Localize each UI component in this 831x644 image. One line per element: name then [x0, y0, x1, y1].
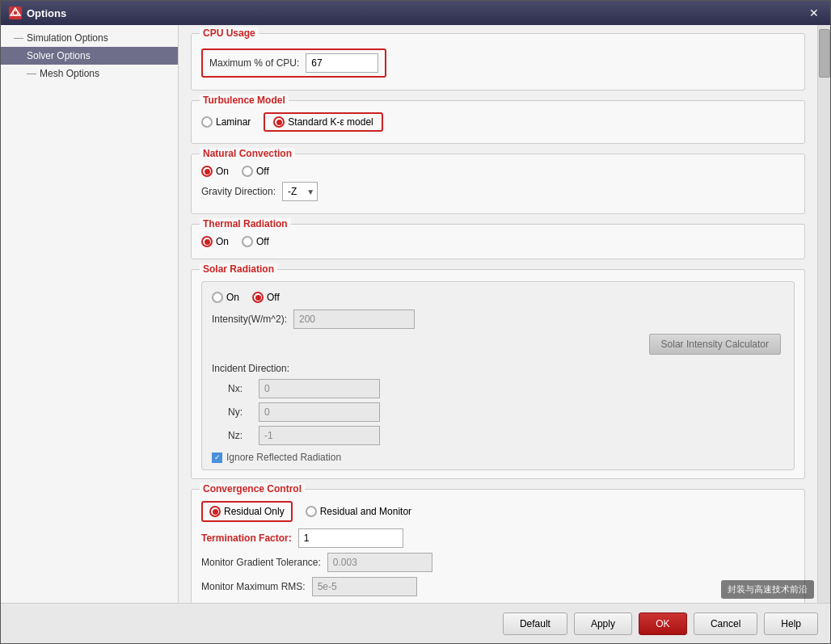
solar-off-label: Off — [267, 292, 280, 303]
thermal-radiation-title: Thermal Radiation — [200, 218, 291, 229]
ny-input[interactable] — [259, 402, 380, 422]
solar-radiation-section: Solar Radiation On Off — [191, 269, 805, 479]
incident-label: Incident Direction: — [212, 363, 289, 374]
thermal-off-label: Off — [256, 236, 269, 247]
cpu-usage-section: CPU Usage Maximum % of CPU: — [191, 33, 805, 90]
scrollbar-thumb[interactable] — [819, 29, 830, 78]
solar-off-radio[interactable]: Off — [252, 292, 280, 303]
standard-ke-highlighted: Standard K-ε model — [264, 112, 382, 132]
solar-on-circle — [212, 292, 223, 303]
residual-only-label: Residual Only — [224, 506, 285, 517]
solar-inner-box: On Off Intensity(W/m^2): So — [201, 281, 795, 470]
max-cpu-input[interactable] — [306, 53, 378, 73]
title-bar: Options ✕ — [1, 1, 830, 25]
ignore-reflected-label: Ignore Reflected Radiation — [226, 452, 341, 463]
ignore-reflected-row: ✓ Ignore Reflected Radiation — [212, 452, 784, 463]
close-button[interactable]: ✕ — [806, 5, 822, 21]
laminar-radio[interactable]: Laminar — [201, 116, 251, 128]
sidebar-item-mesh-options[interactable]: —Mesh Options — [1, 65, 178, 82]
max-cpu-label: Maximum % of CPU: — [209, 57, 299, 69]
convergence-title: Convergence Control — [200, 483, 305, 495]
standard-ke-radio-circle — [273, 116, 285, 128]
apply-button[interactable]: Apply — [574, 612, 632, 635]
standard-ke-label: Standard K-ε model — [288, 116, 373, 128]
cancel-button[interactable]: Cancel — [694, 612, 757, 635]
sidebar: —Simulation Options Solver Options —Mesh… — [1, 25, 179, 603]
cpu-usage-title: CPU Usage — [200, 27, 259, 39]
intensity-label: Intensity(W/m^2): — [212, 314, 287, 325]
solar-on-radio[interactable]: On — [212, 292, 239, 303]
gravity-select[interactable]: -Z +Z -X +X — [282, 182, 318, 201]
residual-only-highlighted: Residual Only — [201, 501, 293, 522]
residual-monitor-circle — [306, 506, 317, 517]
residual-monitor-radio[interactable]: Residual and Monitor — [306, 506, 411, 517]
intensity-input[interactable] — [293, 309, 415, 329]
nat-conv-off-circle — [242, 166, 253, 177]
nz-input[interactable] — [259, 426, 380, 445]
window-title: Options — [27, 7, 66, 19]
footer: 封装与高速技术前沿 Default Apply OK Cancel Help — [1, 603, 830, 643]
watermark: 封装与高速技术前沿 — [721, 580, 814, 599]
thermal-off-radio[interactable]: Off — [242, 236, 269, 247]
help-button[interactable]: Help — [764, 612, 818, 635]
gravity-label: Gravity Direction: — [201, 186, 276, 197]
gravity-select-wrapper: -Z +Z -X +X ▼ — [282, 182, 318, 201]
natural-convection-section: Natural Convection On Off Gravity Di — [191, 154, 805, 214]
standard-ke-radio[interactable]: Standard K-ε model — [273, 116, 373, 128]
thermal-radiation-section: Thermal Radiation On Off — [191, 224, 805, 259]
residual-monitor-label: Residual and Monitor — [320, 506, 411, 517]
app-icon — [9, 6, 22, 19]
ok-button[interactable]: OK — [639, 612, 687, 635]
monitor-gradient-input[interactable] — [327, 553, 432, 572]
ny-label: Ny: — [228, 406, 252, 418]
solar-on-label: On — [226, 292, 239, 303]
residual-only-radio[interactable]: Residual Only — [209, 506, 285, 517]
thermal-off-circle — [242, 236, 253, 247]
monitor-gradient-label: Monitor Gradient Tolerance: — [201, 557, 321, 568]
content-area: CPU Usage Maximum % of CPU: Turbulence M… — [179, 25, 817, 603]
sidebar-item-solver-options[interactable]: Solver Options — [1, 47, 178, 65]
sidebar-item-simulation-options[interactable]: —Simulation Options — [1, 29, 178, 47]
ignore-reflected-checkbox[interactable]: ✓ — [212, 452, 222, 463]
laminar-label: Laminar — [216, 116, 251, 128]
nx-label: Nx: — [228, 383, 252, 394]
scrollbar[interactable] — [817, 25, 830, 603]
svg-point-1 — [13, 11, 18, 15]
turbulence-title: Turbulence Model — [200, 95, 289, 106]
laminar-radio-circle — [201, 116, 213, 128]
nat-conv-off-radio[interactable]: Off — [242, 166, 269, 177]
default-button[interactable]: Default — [503, 612, 567, 635]
natural-convection-title: Natural Convection — [200, 148, 295, 159]
solar-radiation-title: Solar Radiation — [200, 263, 277, 275]
nat-conv-on-circle — [201, 166, 213, 177]
turbulence-section: Turbulence Model Laminar Standard K-ε mo… — [191, 100, 805, 144]
convergence-section: Convergence Control Residual Only Residu… — [191, 489, 805, 603]
svg-marker-0 — [11, 8, 20, 15]
nx-input[interactable] — [259, 379, 380, 398]
solar-off-circle — [252, 292, 264, 303]
nz-label: Nz: — [228, 430, 252, 441]
nat-conv-on-label: On — [216, 166, 229, 177]
residual-only-circle — [209, 506, 221, 517]
thermal-on-circle — [201, 236, 213, 247]
termination-label: Termination Factor: — [201, 532, 292, 544]
thermal-on-label: On — [216, 236, 229, 247]
nat-conv-on-radio[interactable]: On — [201, 166, 229, 177]
monitor-rms-label: Monitor Maximum RMS: — [201, 581, 306, 592]
solar-calc-button[interactable]: Solar Intensity Calculator — [649, 334, 781, 355]
thermal-on-radio[interactable]: On — [201, 236, 229, 247]
nat-conv-off-label: Off — [256, 166, 269, 177]
termination-input[interactable] — [298, 528, 403, 548]
monitor-rms-input[interactable] — [312, 577, 417, 596]
